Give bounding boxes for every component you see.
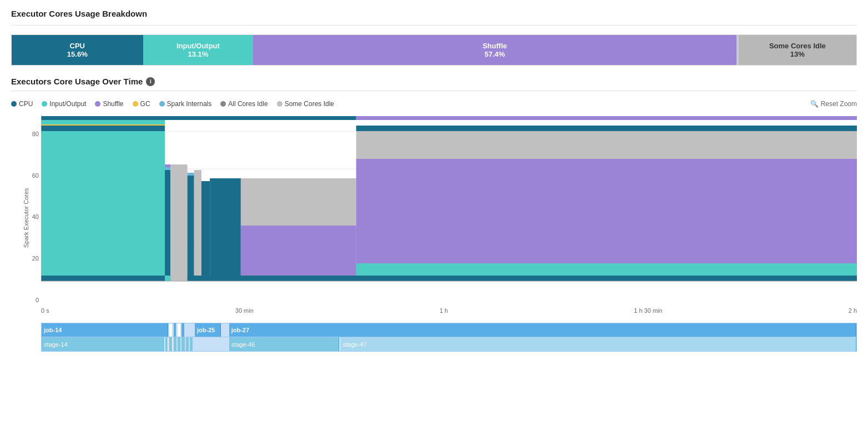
breakdown-idle-value: 13% bbox=[790, 50, 805, 58]
x-axis: 0 s 30 min 1 h 1 h 30 min 2 h bbox=[41, 305, 857, 314]
legend-gc-label: GC bbox=[140, 100, 150, 108]
breakdown-cpu-label: CPU bbox=[70, 42, 85, 50]
breakdown-idle-label: Some Cores Idle bbox=[769, 42, 826, 50]
x-tick-2h: 2 h bbox=[849, 307, 857, 314]
chart-section-title: Executors Core Usage Over Time i bbox=[11, 77, 857, 86]
chart-si-spike1 bbox=[165, 167, 170, 170]
chart-io-main bbox=[356, 263, 857, 276]
info-icon[interactable]: i bbox=[146, 77, 155, 86]
breakdown-shuffle-label: Shuffle bbox=[482, 42, 507, 50]
breakdown-io-label: Input/Output bbox=[176, 42, 220, 50]
timeline-stage-small-2 bbox=[169, 337, 172, 351]
breakdown-title: Executor Cores Usage Breakdown bbox=[11, 9, 857, 18]
timeline-container: job-14 job-25 job-27 stage-14 bbox=[41, 323, 857, 352]
y-tick-20: 20 bbox=[32, 255, 39, 262]
timeline-stage-46: stage-46 bbox=[229, 337, 339, 351]
legend-spark-internals-label: Spark Internals bbox=[167, 100, 212, 108]
x-tick-0s: 0 s bbox=[41, 307, 49, 314]
timeline-job-25: job-25 bbox=[195, 323, 221, 337]
legend-shuffle-dot bbox=[95, 101, 100, 107]
chart-cpu-spike2 bbox=[188, 176, 194, 276]
chart-io-spike1 bbox=[165, 276, 170, 281]
legend-row: CPU Input/Output Shuffle GC Spark Intern… bbox=[11, 100, 857, 108]
legend-all-cores-idle-dot bbox=[220, 101, 226, 107]
legend-some-cores-idle: Some Cores Idle bbox=[277, 100, 334, 108]
reset-zoom-label: Reset Zoom bbox=[821, 100, 857, 108]
chart-si-spike2 bbox=[188, 173, 194, 176]
legend-shuffle-label: Shuffle bbox=[103, 100, 123, 108]
x-tick-30min: 30 min bbox=[235, 307, 254, 314]
y-tick-40: 40 bbox=[32, 213, 39, 220]
timeline-stage-47: stage-47 bbox=[341, 337, 856, 351]
breakdown-cpu: CPU 15.6% bbox=[12, 35, 143, 65]
search-icon: 🔍 bbox=[810, 100, 819, 108]
chart-cpu-spike3 bbox=[201, 181, 210, 276]
legend-io-label: Input/Output bbox=[49, 100, 86, 108]
timeline-stage-small-5 bbox=[181, 337, 184, 351]
timeline-stage-small-7 bbox=[190, 337, 193, 351]
chart-shuffle-main bbox=[356, 159, 857, 276]
timeline-job-14c bbox=[181, 323, 184, 337]
legend-all-cores-idle: All Cores Idle bbox=[220, 100, 268, 108]
legend-cpu-dot bbox=[11, 101, 17, 107]
breakdown-idle: Some Cores Idle 13% bbox=[739, 35, 856, 65]
job-divider-1 bbox=[169, 323, 171, 337]
x-tick-1h: 1 h bbox=[440, 307, 448, 314]
chart-idle-gap1 bbox=[170, 164, 187, 281]
chart-mini-shuffle bbox=[356, 116, 857, 120]
chart-io-phase1 bbox=[41, 131, 165, 276]
breakdown-cpu-value: 15.6% bbox=[67, 50, 88, 58]
chart-gc-phase1 bbox=[41, 124, 165, 126]
chart-cpu-phase2 bbox=[210, 178, 241, 276]
legend-cpu-label: CPU bbox=[19, 100, 33, 108]
y-tick-0: 0 bbox=[36, 297, 39, 303]
legend-cpu: CPU bbox=[11, 100, 33, 108]
x-tick-1h30: 1 h 30 min bbox=[634, 307, 662, 314]
timeline-job-14b bbox=[174, 323, 176, 337]
chart-idle-gap2 bbox=[194, 170, 201, 276]
timeline-job-14: job-14 bbox=[42, 323, 168, 337]
chart-mini-cpu2 bbox=[165, 116, 356, 120]
job-divider-2 bbox=[178, 323, 180, 337]
reset-zoom-button[interactable]: 🔍 Reset Zoom bbox=[810, 100, 857, 108]
stages-row: stage-14 stage-46 stage-47 bbox=[41, 337, 857, 352]
legend-gc: GC bbox=[133, 100, 150, 108]
chart-cpu-main-top bbox=[356, 126, 857, 131]
chart-svg-wrapper: 0 s 30 min 1 h 1 h 30 min 2 h bbox=[41, 114, 857, 314]
breakdown-shuffle: Shuffle 57.4% bbox=[253, 35, 736, 65]
legend-gc-dot bbox=[133, 101, 138, 107]
timeline-stage-small-1 bbox=[165, 337, 168, 351]
legend-some-cores-idle-label: Some Cores Idle bbox=[285, 100, 334, 108]
divider-1 bbox=[11, 25, 857, 26]
timeline-stage-14: stage-14 bbox=[42, 337, 164, 351]
legend-shuffle: Shuffle bbox=[95, 100, 123, 108]
chart-sh-spike1 bbox=[165, 164, 170, 167]
y-tick-80: 80 bbox=[32, 131, 39, 137]
legend-spark-internals: Spark Internals bbox=[159, 100, 212, 108]
chart-idle-top bbox=[356, 131, 857, 159]
chart-cpu-spike1 bbox=[165, 170, 170, 276]
timeline-stage-small-6 bbox=[186, 337, 189, 351]
breakdown-io-value: 13.1% bbox=[188, 50, 208, 58]
chart-shuffle-phase2 bbox=[241, 226, 356, 276]
legend-io: Input/Output bbox=[42, 100, 86, 108]
legend-all-cores-idle-label: All Cores Idle bbox=[228, 100, 268, 108]
legend-io-dot bbox=[42, 101, 47, 107]
chart-svg bbox=[41, 114, 857, 303]
chart-title: Executors Core Usage Over Time bbox=[11, 77, 143, 86]
chart-main: Spark Executor Cores 0 20 40 60 80 bbox=[11, 114, 857, 352]
breakdown-bar: CPU 15.6% Input/Output 13.1% Shuffle 57.… bbox=[11, 34, 857, 66]
y-axis: Spark Executor Cores 0 20 40 60 80 bbox=[11, 114, 41, 314]
timeline-stage-small-4 bbox=[178, 337, 180, 351]
legend-spark-internals-dot bbox=[159, 101, 165, 107]
timeline-job-27: job-27 bbox=[229, 323, 856, 337]
y-tick-60: 60 bbox=[32, 172, 39, 179]
divider-2 bbox=[11, 91, 857, 91]
jobs-row: job-14 job-25 job-27 bbox=[41, 323, 857, 337]
chart-cpu-phase1-top bbox=[41, 126, 165, 131]
chart-mini-cpu bbox=[41, 116, 165, 120]
breakdown-shuffle-value: 57.4% bbox=[485, 50, 505, 58]
chart-mini-io bbox=[41, 120, 165, 124]
timeline-stage-small-3 bbox=[174, 337, 176, 351]
legend-some-cores-idle-dot bbox=[277, 101, 282, 107]
